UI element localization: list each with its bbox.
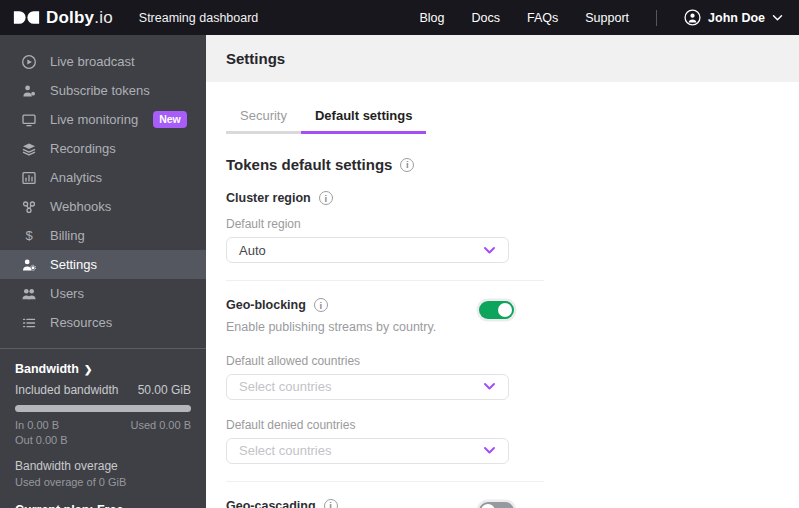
- default-region-select[interactable]: Auto: [226, 237, 509, 263]
- brand-wordmark: Dolby.io: [46, 8, 113, 28]
- bandwidth-title-label: Bandwidth: [15, 362, 79, 376]
- settings-tabs: Security Default settings: [226, 103, 799, 134]
- cluster-region-title: Cluster region i: [226, 191, 799, 205]
- brand-name: Dolby: [46, 8, 94, 27]
- sidebar-item-live-monitoring[interactable]: Live monitoring New: [0, 105, 206, 134]
- users-icon: [21, 286, 37, 302]
- chevron-down-icon: [483, 446, 496, 455]
- included-bandwidth-row: Included bandwidth 50.00 GiB: [15, 383, 191, 397]
- chevron-down-icon: [772, 14, 783, 22]
- tab-default-settings[interactable]: Default settings: [301, 103, 427, 134]
- dolby-logo[interactable]: Dolby.io: [13, 8, 113, 28]
- geo-cascading-toggle[interactable]: [479, 502, 514, 508]
- bandwidth-overage-title: Bandwidth overage: [15, 459, 191, 473]
- sidebar-item-label: Live monitoring: [50, 112, 138, 127]
- geo-blocking-text: Geo-blocking i Enable publishing streams…: [226, 298, 476, 336]
- default-region-value: Auto: [239, 243, 266, 258]
- product-name: Streaming dashboard: [139, 11, 259, 25]
- default-allowed-countries-label: Default allowed countries: [226, 354, 799, 368]
- info-icon[interactable]: i: [319, 191, 333, 205]
- bandwidth-in-label: In 0.00 B: [15, 419, 59, 431]
- top-navbar: Dolby.io Streaming dashboard Blog Docs F…: [0, 0, 799, 35]
- default-allowed-countries-select[interactable]: Select countries: [226, 374, 509, 400]
- geo-cascading-header: Geo-cascading i Enable optimized distrib…: [226, 499, 514, 508]
- allowed-countries-placeholder: Select countries: [239, 379, 332, 394]
- topbar-divider: [656, 10, 657, 26]
- bandwidth-in-used-row: In 0.00 B Used 0.00 B: [15, 419, 191, 431]
- topbar-right: Blog Docs FAQs Support John Doe: [419, 9, 783, 26]
- nav-link-blog[interactable]: Blog: [419, 11, 444, 25]
- billing-dollar-icon: $: [21, 228, 37, 244]
- bandwidth-progressbar: [15, 405, 191, 412]
- sidebar-item-label: Recordings: [50, 141, 116, 156]
- default-denied-countries-select[interactable]: Select countries: [226, 438, 509, 464]
- sidebar-nav: Live broadcast Subscribe tokens Live mon…: [0, 35, 206, 337]
- user-name: John Doe: [708, 11, 765, 25]
- current-plan-label: Current plan: Free: [15, 503, 191, 508]
- settings-person-gear-icon: [21, 257, 37, 273]
- section-title-label: Tokens default settings: [226, 156, 392, 173]
- default-denied-countries-label: Default denied countries: [226, 418, 799, 432]
- sidebar-item-live-broadcast[interactable]: Live broadcast: [0, 47, 206, 76]
- geo-blocking-toggle[interactable]: [479, 301, 514, 319]
- sidebar: Live broadcast Subscribe tokens Live mon…: [0, 35, 206, 508]
- default-region-label: Default region: [226, 217, 799, 231]
- included-bandwidth-value: 50.00 GiB: [138, 383, 191, 397]
- geo-cascading-text: Geo-cascading i Enable optimized distrib…: [226, 499, 476, 508]
- geo-blocking-description: Enable publishing streams by country.: [226, 319, 476, 336]
- app-window: Dolby.io Streaming dashboard Blog Docs F…: [0, 0, 799, 508]
- tokens-default-settings-title: Tokens default settings i: [226, 156, 799, 173]
- sidebar-item-analytics[interactable]: Analytics: [0, 163, 206, 192]
- sidebar-item-billing[interactable]: $ Billing: [0, 221, 206, 250]
- sidebar-item-label: Webhooks: [50, 199, 111, 214]
- info-icon[interactable]: i: [324, 499, 338, 508]
- nav-link-support[interactable]: Support: [585, 11, 629, 25]
- toggle-knob: [498, 303, 512, 317]
- sidebar-item-users[interactable]: Users: [0, 279, 206, 308]
- user-avatar-icon: [684, 9, 701, 26]
- nav-link-faqs[interactable]: FAQs: [527, 11, 558, 25]
- recordings-icon: [21, 141, 37, 157]
- settings-content: Security Default settings Tokens default…: [206, 82, 799, 508]
- sidebar-item-label: Subscribe tokens: [50, 83, 150, 98]
- bandwidth-out-label: Out 0.00 B: [15, 434, 191, 446]
- bandwidth-overage-detail: Used overage of 0 GiB: [15, 476, 191, 488]
- nav-link-docs[interactable]: Docs: [472, 11, 500, 25]
- sidebar-item-label: Settings: [50, 257, 97, 272]
- sidebar-item-resources[interactable]: Resources: [0, 308, 206, 337]
- sidebar-item-recordings[interactable]: Recordings: [0, 134, 206, 163]
- geo-blocking-title: Geo-blocking i: [226, 298, 476, 312]
- included-bandwidth-label: Included bandwidth: [15, 383, 118, 397]
- chevron-down-icon: [483, 246, 496, 255]
- live-monitoring-icon: [21, 112, 37, 128]
- page-header: Settings: [206, 35, 799, 82]
- geo-blocking-label: Geo-blocking: [226, 298, 306, 312]
- section-divider: [226, 481, 544, 482]
- page-title: Settings: [226, 50, 285, 67]
- sidebar-item-settings[interactable]: Settings: [0, 250, 206, 279]
- denied-countries-placeholder: Select countries: [239, 443, 332, 458]
- info-icon[interactable]: i: [400, 158, 414, 172]
- resources-list-icon: [21, 315, 37, 331]
- sidebar-item-label: Analytics: [50, 170, 102, 185]
- sidebar-item-subscribe-tokens[interactable]: Subscribe tokens: [0, 76, 206, 105]
- analytics-icon: [21, 170, 37, 186]
- new-badge: New: [153, 111, 187, 128]
- sidebar-item-label: Users: [50, 286, 84, 301]
- info-icon[interactable]: i: [314, 298, 328, 312]
- sidebar-item-label: Resources: [50, 315, 112, 330]
- dolby-double-d-icon: [13, 10, 40, 25]
- section-divider: [226, 280, 544, 281]
- geo-blocking-header: Geo-blocking i Enable publishing streams…: [226, 298, 514, 336]
- user-menu[interactable]: John Doe: [684, 9, 783, 26]
- cluster-region-label: Cluster region: [226, 191, 311, 205]
- chevron-down-icon: [483, 382, 496, 391]
- main-panel: Settings Security Default settings Token…: [206, 35, 799, 508]
- live-broadcast-icon: [21, 54, 37, 70]
- bandwidth-panel: Bandwidth ❯ Included bandwidth 50.00 GiB…: [0, 348, 206, 508]
- sidebar-item-webhooks[interactable]: Webhooks: [0, 192, 206, 221]
- sidebar-item-label: Billing: [50, 228, 85, 243]
- subscribe-tokens-icon: [21, 83, 37, 99]
- tab-security[interactable]: Security: [226, 103, 301, 134]
- bandwidth-title[interactable]: Bandwidth ❯: [15, 362, 191, 376]
